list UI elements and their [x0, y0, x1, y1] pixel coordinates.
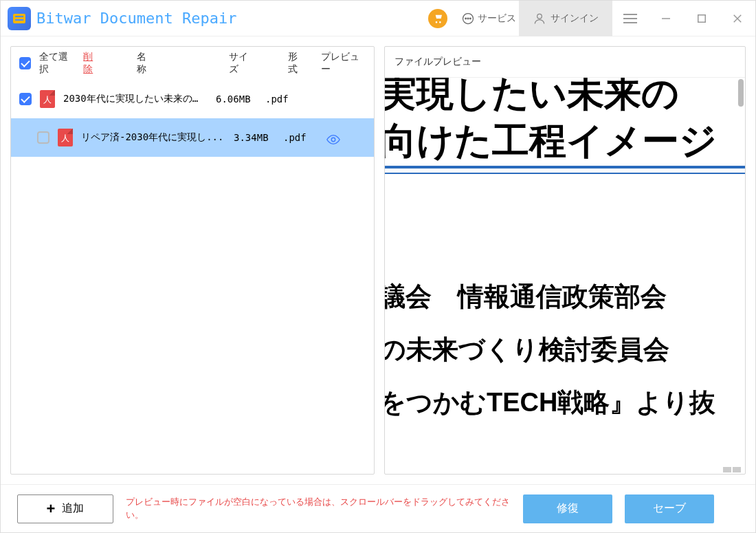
doc-text-2: の未来づくり検討委員会: [385, 330, 745, 369]
file-list-panel: 全て選択 削除 名称 サイズ 形式 プレビュー 2030年代に実現したい未来の姿…: [10, 46, 375, 475]
hamburger-icon: [623, 14, 637, 23]
file-size: 6.06MB: [216, 94, 257, 105]
doc-heading-1: 実現したい未来の: [385, 77, 745, 116]
svg-point-9: [331, 138, 335, 142]
menu-button[interactable]: [612, 1, 648, 36]
add-label: 追加: [62, 501, 84, 516]
preview-body[interactable]: 実現したい未来の 向けた工程イメージ 議会 情報通信政策部会 の未来づくり検討委…: [385, 77, 745, 474]
divider-thick: [385, 166, 745, 168]
svg-point-1: [465, 18, 467, 19]
title-bar: Bitwar Document Repair サービス サインイン: [1, 1, 755, 36]
footer: + 追加 プレビュー時にファイルが空白になっている場合は、スクロールバーをドラッ…: [1, 484, 755, 532]
maximize-icon: [696, 12, 708, 25]
horizontal-scrollbar[interactable]: [723, 467, 744, 472]
add-button[interactable]: + 追加: [17, 494, 113, 523]
vertical-scrollbar[interactable]: [738, 79, 744, 107]
repair-button[interactable]: 修復: [523, 494, 612, 523]
user-icon: [533, 12, 546, 25]
signin-button[interactable]: サインイン: [519, 1, 612, 36]
select-all-label: 全て選択: [39, 51, 75, 76]
document-content: 実現したい未来の 向けた工程イメージ 議会 情報通信政策部会 の未来づくり検討委…: [385, 77, 745, 422]
scroll-left-icon: [723, 467, 731, 472]
file-format: .pdf: [265, 94, 300, 105]
app-title: Bitwar Document Repair: [36, 10, 236, 27]
minimize-icon: [660, 12, 672, 25]
doc-text-3: をつかむTECH戦略』より抜: [385, 383, 745, 422]
maximize-button[interactable]: [684, 1, 720, 36]
preview-eye-button[interactable]: [326, 132, 341, 143]
chat-icon: [461, 12, 475, 25]
file-list: 2030年代に実現したい未来の姿...6.06MB.pdfリペア済-2030年代…: [11, 80, 374, 474]
col-size: サイズ: [229, 51, 256, 76]
file-name: リペア済-2030年代に実現し...: [81, 131, 225, 144]
select-all-checkbox[interactable]: [19, 57, 31, 69]
svg-rect-6: [698, 14, 706, 22]
scroll-right-icon: [733, 467, 741, 472]
service-button[interactable]: サービス: [461, 12, 516, 25]
col-preview: プレビュー: [321, 51, 366, 76]
hint-text: プレビュー時にファイルが空白になっている場合は、スクロールバーをドラッグしてみて…: [126, 496, 511, 521]
main-area: 全て選択 削除 名称 サイズ 形式 プレビュー 2030年代に実現したい未来の姿…: [1, 36, 755, 484]
cart-icon: [432, 13, 443, 24]
file-format: .pdf: [283, 132, 318, 143]
close-button[interactable]: [720, 1, 755, 36]
preview-panel: ファイルプレビュー 実現したい未来の 向けた工程イメージ 議会 情報通信政策部会…: [384, 46, 746, 475]
pdf-icon: [40, 90, 55, 108]
file-checkbox[interactable]: [37, 131, 49, 144]
close-icon: [731, 12, 744, 25]
file-name: 2030年代に実現したい未来の姿...: [63, 93, 208, 105]
col-format: 形式: [288, 51, 306, 76]
svg-point-4: [537, 14, 542, 19]
signin-label: サインイン: [551, 12, 599, 25]
pdf-icon: [58, 129, 73, 146]
divider-thin: [385, 173, 745, 174]
doc-text-1: 議会 情報通信政策部会: [385, 277, 745, 316]
svg-point-2: [467, 18, 469, 19]
minimize-button[interactable]: [648, 1, 684, 36]
plus-icon: +: [47, 500, 56, 518]
save-button[interactable]: セーブ: [625, 494, 714, 523]
preview-title: ファイルプレビュー: [385, 47, 745, 77]
app-logo-icon: [8, 7, 31, 30]
file-checkbox[interactable]: [19, 93, 32, 105]
doc-heading-2: 向けた工程イメージ: [385, 118, 745, 163]
delete-link[interactable]: 削除: [83, 51, 101, 76]
svg-point-3: [470, 18, 471, 19]
list-header: 全て選択 削除 名称 サイズ 形式 プレビュー: [11, 47, 374, 80]
file-row[interactable]: リペア済-2030年代に実現し...3.34MB.pdf: [11, 118, 374, 157]
cart-button[interactable]: [428, 9, 447, 28]
file-size: 3.34MB: [234, 132, 275, 143]
file-row[interactable]: 2030年代に実現したい未来の姿...6.06MB.pdf: [11, 80, 374, 118]
col-name: 名称: [137, 51, 155, 76]
service-label: サービス: [478, 12, 516, 25]
